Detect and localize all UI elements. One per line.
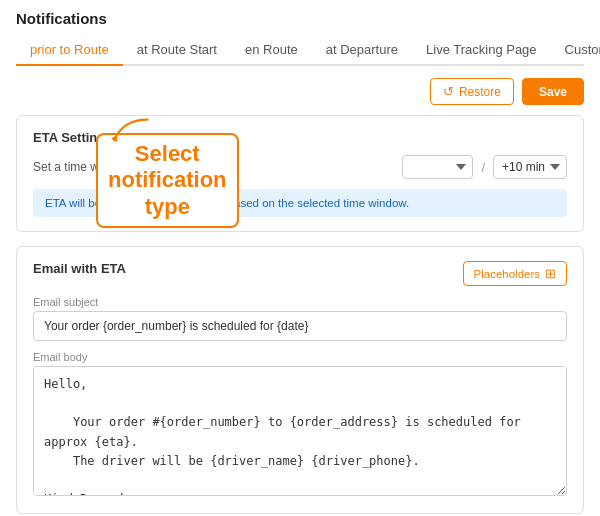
toolbar: ↺ Restore Save (16, 78, 584, 105)
restore-button[interactable]: ↺ Restore (430, 78, 514, 105)
page-title: Notifications (16, 10, 584, 27)
eta-settings-card: ETA Settings Set a time window for ETA -… (16, 115, 584, 232)
eta-label: Set a time window for ETA (33, 160, 394, 174)
tab-en-route[interactable]: en Route (231, 35, 312, 66)
tab-custom[interactable]: Custom (551, 35, 600, 66)
email-placeholders-button[interactable]: Placeholders ⊞ (463, 261, 567, 286)
placeholder-icon: ⊞ (545, 266, 556, 281)
page-header: Notifications prior to Route at Route St… (0, 0, 600, 66)
tab-prior-to-route[interactable]: prior to Route (16, 35, 123, 66)
email-body-textarea[interactable]: Hello, Your order #{order_number} to {or… (33, 366, 567, 496)
placeholder-label: Placeholders (474, 268, 540, 280)
eta-settings-title: ETA Settings (33, 130, 567, 145)
email-eta-header: Email with ETA Placeholders ⊞ (33, 261, 567, 286)
tabs-bar: prior to Route at Route Start en Route a… (16, 35, 584, 66)
save-button[interactable]: Save (522, 78, 584, 105)
divider-slash: / (481, 160, 485, 175)
eta-info-banner: ETA will be displayed as an interval bas… (33, 189, 567, 217)
email-eta-title: Email with ETA (33, 261, 126, 276)
tab-live-tracking-page[interactable]: Live Tracking Page (412, 35, 551, 66)
email-subject-label: Email subject (33, 296, 567, 308)
eta-select-2[interactable]: +10 min +20 min +30 min (493, 155, 567, 179)
email-eta-card: Email with ETA Placeholders ⊞ Email subj… (16, 246, 584, 514)
annotation-container: ETA Settings Set a time window for ETA -… (16, 115, 584, 232)
eta-select-1[interactable]: -30 min -20 min -10 min (402, 155, 473, 179)
restore-icon: ↺ (443, 84, 454, 99)
content-area: ↺ Restore Save ETA Settings Set a time w… (0, 66, 600, 516)
tab-at-departure[interactable]: at Departure (312, 35, 412, 66)
eta-row: Set a time window for ETA -30 min -20 mi… (33, 155, 567, 179)
tab-at-route-start[interactable]: at Route Start (123, 35, 231, 66)
email-body-label: Email body (33, 351, 567, 363)
email-subject-input[interactable] (33, 311, 567, 341)
